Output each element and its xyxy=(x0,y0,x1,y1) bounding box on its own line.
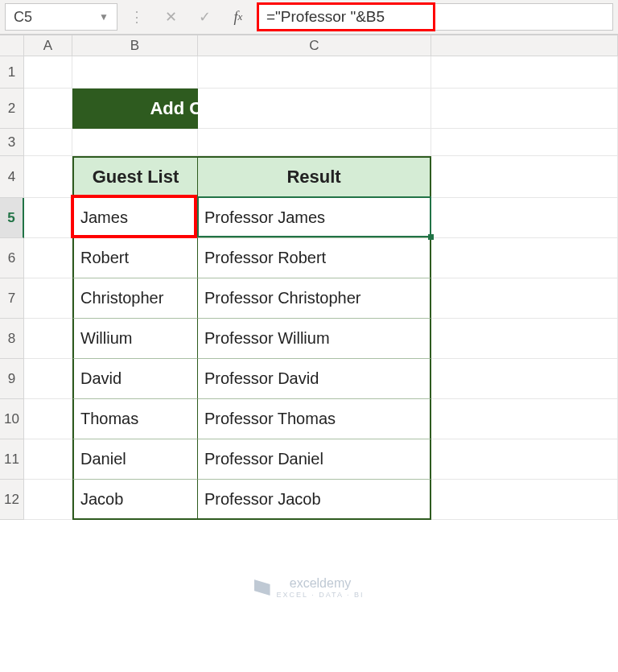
cell[interactable] xyxy=(431,89,618,129)
cell[interactable] xyxy=(198,129,431,156)
cell-guest[interactable]: James xyxy=(72,198,198,238)
row-7: 7 Christopher Professor Christopher xyxy=(0,278,618,319)
cell[interactable] xyxy=(431,439,618,480)
row-header[interactable]: 11 xyxy=(0,439,24,480)
cell-guest[interactable]: Jacob xyxy=(72,480,198,520)
row-4: 4 Guest List Result xyxy=(0,156,618,198)
cell[interactable] xyxy=(198,56,431,89)
formula-input[interactable]: ="Professor "&B5 xyxy=(258,3,613,31)
fx-icon[interactable]: fx xyxy=(224,3,253,31)
row-header[interactable]: 9 xyxy=(0,359,24,399)
cell[interactable] xyxy=(72,129,198,156)
cell[interactable] xyxy=(431,238,618,278)
row-header[interactable]: 4 xyxy=(0,156,24,198)
cell[interactable] xyxy=(24,129,72,156)
row-5: 5 James Professor James xyxy=(0,198,618,238)
formula-text: ="Professor "&B5 xyxy=(266,8,385,26)
row-2: 2 Add Characters in Excel xyxy=(0,89,618,129)
cell[interactable] xyxy=(24,238,72,278)
cell[interactable] xyxy=(24,156,72,198)
cell[interactable] xyxy=(431,129,618,156)
row-header[interactable]: 1 xyxy=(0,56,24,89)
cell-title[interactable]: Add Characters in Excel xyxy=(72,89,198,129)
cell-reference: C5 xyxy=(14,9,32,26)
row-1: 1 xyxy=(0,56,618,89)
confirm-icon[interactable]: ✓ xyxy=(190,3,219,31)
cell[interactable] xyxy=(431,56,618,89)
cell-guest[interactable]: Willium xyxy=(72,319,198,359)
cell-result[interactable]: Professor Jacob xyxy=(198,480,431,520)
cell-result[interactable]: Professor Daniel xyxy=(198,439,431,480)
select-all-corner[interactable] xyxy=(0,35,24,56)
cell-result[interactable]: Professor James xyxy=(198,198,431,238)
cell[interactable] xyxy=(198,89,431,129)
spreadsheet: A B C 1 2 Add Characters in Excel 3 4 Gu… xyxy=(0,35,618,520)
cell[interactable] xyxy=(431,480,618,520)
cell-guest[interactable]: Robert xyxy=(72,238,198,278)
cell-result[interactable]: Professor Thomas xyxy=(198,399,431,439)
row-8: 8 Willium Professor Willium xyxy=(0,319,618,359)
row-header[interactable]: 12 xyxy=(0,480,24,520)
cell-guest[interactable]: David xyxy=(72,359,198,399)
cell-result[interactable]: Professor Willium xyxy=(198,319,431,359)
cell[interactable] xyxy=(431,359,618,399)
cell[interactable] xyxy=(431,156,618,198)
row-header[interactable]: 7 xyxy=(0,278,24,319)
watermark-tagline: EXCEL · DATA · BI xyxy=(277,591,365,599)
cell-guest[interactable]: Thomas xyxy=(72,399,198,439)
row-6: 6 Robert Professor Robert xyxy=(0,238,618,278)
cell-result[interactable]: Professor Christopher xyxy=(198,278,431,319)
chevron-down-icon[interactable]: ▼ xyxy=(99,11,109,23)
cell-result[interactable]: Professor David xyxy=(198,359,431,399)
col-header-c[interactable]: C xyxy=(198,35,431,56)
logo-icon xyxy=(254,579,270,596)
col-header-b[interactable]: B xyxy=(72,35,198,56)
row-header[interactable]: 3 xyxy=(0,129,24,156)
cell[interactable] xyxy=(24,319,72,359)
row-header[interactable]: 8 xyxy=(0,319,24,359)
cancel-icon[interactable]: ✕ xyxy=(156,3,185,31)
col-header-blank[interactable] xyxy=(431,35,618,56)
cell[interactable] xyxy=(72,56,198,89)
cell[interactable] xyxy=(24,439,72,480)
header-guest-list[interactable]: Guest List xyxy=(72,156,198,198)
cell[interactable] xyxy=(431,278,618,319)
row-12: 12 Jacob Professor Jacob xyxy=(0,480,618,520)
row-header[interactable]: 2 xyxy=(0,89,24,129)
name-box[interactable]: C5 ▼ xyxy=(5,3,117,31)
row-header[interactable]: 5 xyxy=(0,198,24,238)
formula-bar: C5 ▼ ⋮ ✕ ✓ fx ="Professor "&B5 xyxy=(0,0,618,35)
cell[interactable] xyxy=(24,359,72,399)
row-header[interactable]: 10 xyxy=(0,399,24,439)
cell[interactable] xyxy=(431,198,618,238)
cell[interactable] xyxy=(24,89,72,129)
cell[interactable] xyxy=(24,198,72,238)
fill-handle[interactable] xyxy=(428,234,434,240)
watermark-brand: exceldemy xyxy=(290,576,351,590)
header-result[interactable]: Result xyxy=(198,156,431,198)
cell-guest[interactable]: Daniel xyxy=(72,439,198,480)
cell[interactable] xyxy=(24,399,72,439)
cell-result[interactable]: Professor Robert xyxy=(198,238,431,278)
row-3: 3 xyxy=(0,129,618,156)
cell[interactable] xyxy=(24,480,72,520)
cell[interactable] xyxy=(431,319,618,359)
column-header-row: A B C xyxy=(0,35,618,56)
row-9: 9 David Professor David xyxy=(0,359,618,399)
row-11: 11 Daniel Professor Daniel xyxy=(0,439,618,480)
cell[interactable] xyxy=(24,56,72,89)
cell-guest[interactable]: Christopher xyxy=(72,278,198,319)
row-header[interactable]: 6 xyxy=(0,238,24,278)
cell[interactable] xyxy=(24,278,72,319)
col-header-a[interactable]: A xyxy=(24,35,72,56)
cell[interactable] xyxy=(431,399,618,439)
formula-separator: ⋮ xyxy=(122,3,151,31)
watermark: exceldemy EXCEL · DATA · BI xyxy=(0,576,618,599)
row-10: 10 Thomas Professor Thomas xyxy=(0,399,618,439)
